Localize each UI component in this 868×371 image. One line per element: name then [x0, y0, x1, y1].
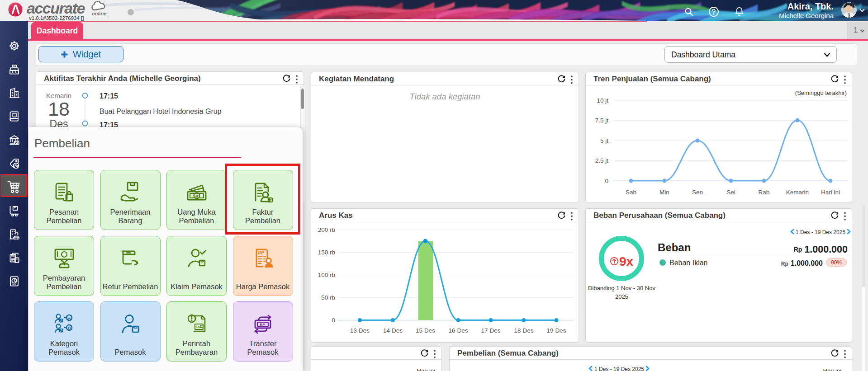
svg-text:Kemarin: Kemarin [786, 189, 809, 196]
svg-text:2.5 jt: 2.5 jt [595, 157, 609, 164]
svg-text:Sel: Sel [726, 189, 735, 196]
svg-text:10 jt: 10 jt [597, 97, 608, 103]
svg-text:50 rb: 50 rb [321, 294, 335, 301]
svg-text:Sen: Sen [692, 189, 703, 196]
svg-text:15 Des: 15 Des [416, 327, 435, 334]
svg-text:Rp: Rp [14, 164, 19, 168]
svg-text:5 jt: 5 jt [600, 137, 608, 144]
svg-text:14 Des: 14 Des [383, 327, 403, 334]
svg-text:RP: RP [260, 323, 266, 327]
svg-text:DP: DP [194, 194, 199, 198]
svg-text:150 rb: 150 rb [318, 249, 335, 256]
svg-text:A: A [68, 316, 71, 320]
svg-text:18 Des: 18 Des [514, 327, 534, 334]
svg-text:0: 0 [605, 177, 608, 184]
svg-text:Sab: Sab [626, 189, 636, 196]
svg-text:Rab: Rab [759, 189, 770, 196]
svg-text:200 rb: 200 rb [318, 226, 335, 233]
svg-text:13 Des: 13 Des [350, 327, 370, 334]
svg-text:TAX: TAX [11, 254, 16, 257]
svg-text:7.5 jt: 7.5 jt [595, 117, 609, 124]
svg-text:16 Des: 16 Des [449, 327, 468, 334]
svg-text:B: B [68, 326, 71, 330]
svg-text:Min: Min [659, 189, 669, 196]
svg-text:Hari ini: Hari ini [821, 189, 840, 196]
svg-text:17 Des: 17 Des [481, 327, 501, 334]
svg-text:9x: 9x [619, 254, 634, 268]
svg-text:RP: RP [258, 250, 264, 255]
svg-text:0: 0 [332, 317, 335, 324]
svg-text:100 rb: 100 rb [318, 272, 335, 278]
svg-text:19 Des: 19 Des [547, 327, 566, 334]
